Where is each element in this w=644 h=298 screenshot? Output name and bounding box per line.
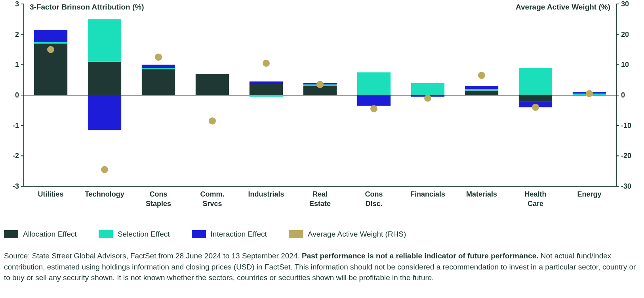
bar-selection xyxy=(357,73,391,96)
bar-interaction xyxy=(250,82,283,83)
category-label: Staples xyxy=(146,200,171,208)
point-active-weight xyxy=(47,46,54,53)
category-label: Estate xyxy=(309,200,331,208)
tick-label-right: -20 xyxy=(621,152,631,160)
category-label: Care xyxy=(528,200,543,208)
point-active-weight xyxy=(478,72,485,79)
tick-label-right: -30 xyxy=(621,182,631,190)
bar-interaction xyxy=(142,65,175,68)
category-label: Technology xyxy=(85,190,124,198)
category-label: Srvcs xyxy=(202,200,222,208)
bar-allocation xyxy=(142,69,175,95)
category-label: Health xyxy=(524,190,546,198)
point-active-weight xyxy=(532,104,539,111)
point-active-weight xyxy=(370,105,377,113)
axis-title-right: Average Active Weight (%) xyxy=(516,3,610,11)
legend-item: Interaction Effect xyxy=(192,230,267,239)
category-label: Disc. xyxy=(365,200,382,208)
legend-label: Allocation Effect xyxy=(23,230,77,239)
tick-label-left: -1 xyxy=(13,122,19,130)
footnote-prefix: Source: State Street Global Advisors, Fa… xyxy=(4,252,302,260)
legend-swatch xyxy=(4,230,18,238)
category-label: Cons xyxy=(150,190,168,198)
axis-title-left: 3-Factor Brinson Attribution (%) xyxy=(30,3,144,11)
bar-allocation xyxy=(465,91,498,96)
category-label: Cons xyxy=(365,190,383,198)
tick-label-left: 2 xyxy=(15,31,19,38)
legend-swatch xyxy=(99,230,113,238)
legend: Allocation EffectSelection EffectInterac… xyxy=(4,230,406,239)
bar-selection xyxy=(34,42,67,44)
category-label: Comm. xyxy=(200,190,224,198)
point-active-weight xyxy=(101,166,108,173)
bar-selection xyxy=(250,95,283,97)
chart-page: -3-2-10123-30-20-1001020303-Factor Brins… xyxy=(0,0,644,298)
bar-interaction xyxy=(88,95,121,130)
tick-label-left: 0 xyxy=(15,91,19,99)
point-active-weight xyxy=(155,53,162,61)
tick-label-left: -2 xyxy=(13,152,19,160)
tick-label-left: 3 xyxy=(15,0,19,8)
legend-item: Allocation Effect xyxy=(4,230,77,239)
point-active-weight xyxy=(209,117,216,124)
bar-selection xyxy=(465,89,498,91)
point-active-weight xyxy=(586,90,593,97)
legend-label: Average Active Weight (RHS) xyxy=(308,230,406,239)
point-active-weight xyxy=(263,60,270,67)
tick-label-right: 30 xyxy=(621,0,629,8)
point-active-weight xyxy=(316,81,324,88)
bar-interaction xyxy=(465,86,498,89)
category-label: Utilities xyxy=(38,190,63,198)
tick-label-right: 10 xyxy=(621,61,629,69)
legend-swatch xyxy=(192,230,206,238)
footnote: Source: State Street Global Advisors, Fa… xyxy=(4,250,636,283)
legend-swatch xyxy=(289,230,303,238)
tick-label-right: 0 xyxy=(621,91,625,99)
tick-label-right: 20 xyxy=(621,31,629,38)
bar-interaction xyxy=(357,95,391,106)
bar-allocation xyxy=(88,62,121,95)
legend-item: Average Active Weight (RHS) xyxy=(289,230,406,239)
footnote-bold: Past performance is not a reliable indic… xyxy=(302,252,539,260)
bar-selection xyxy=(142,68,175,69)
legend-label: Selection Effect xyxy=(118,230,170,239)
tick-label-left: -3 xyxy=(13,182,19,190)
tick-label-left: 1 xyxy=(15,61,19,69)
bar-selection xyxy=(88,19,121,61)
bar-allocation xyxy=(250,83,283,95)
legend-item: Selection Effect xyxy=(99,230,170,239)
bar-interaction xyxy=(34,30,67,42)
legend-label: Interaction Effect xyxy=(211,230,267,239)
bar-selection xyxy=(411,83,444,95)
category-label: Materials xyxy=(466,190,497,198)
category-label: Financials xyxy=(410,190,445,198)
category-label: Industrials xyxy=(248,190,284,198)
bar-selection xyxy=(519,68,552,95)
tick-label-right: -10 xyxy=(621,122,631,130)
category-label: Energy xyxy=(577,190,601,198)
bar-allocation xyxy=(519,95,552,101)
point-active-weight xyxy=(424,95,431,102)
category-label: Real xyxy=(312,190,328,198)
bar-allocation xyxy=(196,74,229,95)
brinson-chart: -3-2-10123-30-20-1001020303-Factor Brins… xyxy=(0,0,644,222)
